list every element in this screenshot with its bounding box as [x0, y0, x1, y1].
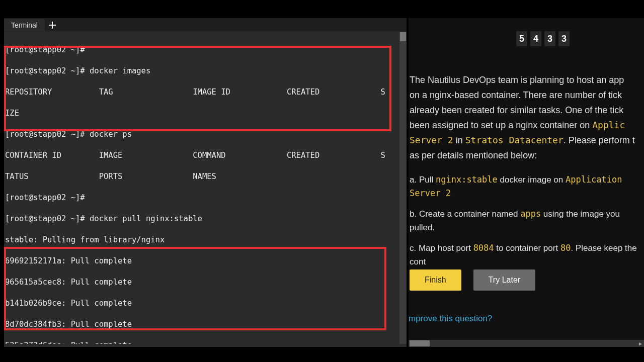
task-text-inline: . Please perform t: [564, 135, 635, 145]
letterbox-top: [0, 0, 644, 18]
hl-nginx-image: nginx:stable: [436, 174, 498, 185]
terminal-scrollbar-vertical[interactable]: [399, 32, 407, 344]
task-text-line: already been created for similar tasks. …: [410, 105, 623, 115]
task-text-line: on a nginx-based container. There are nu…: [410, 90, 622, 100]
step-text: c. Map host port: [410, 243, 473, 253]
terminal-tabbar: Terminal: [4, 18, 407, 32]
term-line: [root@stapp02 ~]# docker images: [5, 66, 406, 76]
scrollbar-thumb[interactable]: [410, 340, 430, 346]
term-line: TATUS PORTS NAMES: [5, 171, 406, 182]
scrollbar-thumb[interactable]: [400, 32, 406, 41]
letterbox-bottom: [0, 347, 644, 362]
improve-question-link[interactable]: mprove this question?: [409, 314, 492, 324]
hl-host-port: 8084: [473, 243, 494, 253]
step-text: docker image on: [498, 175, 566, 185]
plus-icon: [48, 21, 56, 29]
term-line: 525e372d6dee: Pull complete: [5, 340, 406, 344]
term-line: [root@stapp02 ~]# docker ps: [5, 129, 406, 140]
timer-digit: 4: [530, 31, 541, 46]
button-row: Finish Try Later: [410, 269, 535, 291]
timer-digit: 3: [558, 31, 570, 46]
timer-digit: 5: [516, 31, 527, 46]
step-b: b. Create a container named apps using t…: [410, 207, 644, 234]
step-text: to container port: [494, 243, 560, 253]
hl-datacenter: Stratos Datacenter: [465, 135, 564, 145]
term-line: [root@stapp02 ~]#: [5, 193, 406, 203]
hl-app-server: Applic: [592, 120, 625, 130]
term-line: IZE: [5, 108, 406, 119]
hl-container-name: apps: [520, 209, 541, 219]
tab-terminal[interactable]: Terminal: [4, 19, 45, 31]
step-text: b. Create a container named: [410, 209, 520, 219]
task-description: The Nautilus DevOps team is planning to …: [410, 72, 644, 163]
task-text-inline: in: [453, 135, 465, 145]
term-line: [root@stapp02 ~]# docker pull nginx:stab…: [5, 214, 406, 224]
tab-add-button[interactable]: [45, 21, 60, 29]
term-line: [root@stapp02 ~]#: [5, 45, 406, 55]
scroll-arrow-right-icon[interactable]: ►: [637, 340, 644, 347]
task-text-line: The Nautilus DevOps team is planning to …: [410, 75, 624, 85]
step-a: a. Pull nginx:stable docker image on App…: [410, 173, 644, 200]
finish-button[interactable]: Finish: [410, 269, 461, 291]
hl-server-2: Server 2: [410, 135, 453, 145]
term-line: b141b026b9ce: Pull complete: [5, 298, 406, 309]
task-scrollbar-horizontal[interactable]: ◄ ►: [409, 340, 644, 347]
countdown-timer: 5 4 3 3: [516, 31, 570, 46]
task-text-line: been assigned to set up a nginx containe…: [410, 120, 592, 130]
try-later-button[interactable]: Try Later: [473, 269, 535, 291]
step-text: a. Pull: [410, 175, 436, 185]
task-text-line: as per details mentioned below:: [410, 150, 537, 160]
terminal-panel: Terminal [root@stapp02 ~]# [root@stapp02…: [4, 18, 407, 347]
term-line: 965615a5cec8: Pull complete: [5, 277, 406, 288]
term-line: stable: Pulling from library/nginx: [5, 235, 406, 245]
term-line: 8d70dc384fb3: Pull complete: [5, 319, 406, 330]
term-line: 69692152171a: Pull complete: [5, 256, 406, 266]
terminal-output[interactable]: [root@stapp02 ~]# [root@stapp02 ~]# dock…: [4, 32, 407, 344]
hl-container-port: 80: [560, 243, 571, 253]
term-line: CONTAINER ID IMAGE COMMAND CREATED S: [5, 150, 406, 161]
timer-digit: 3: [544, 31, 555, 46]
term-line: REPOSITORY TAG IMAGE ID CREATED S: [5, 87, 406, 98]
task-panel: 5 4 3 3 The Nautilus DevOps team is plan…: [409, 18, 644, 347]
